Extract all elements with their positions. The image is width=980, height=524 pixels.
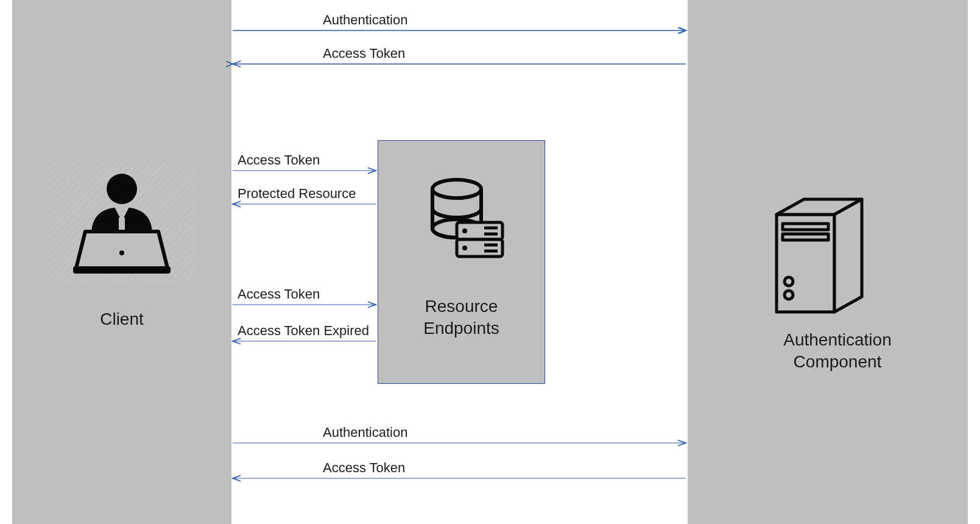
client-label: Client bbox=[73, 310, 171, 329]
svg-point-6 bbox=[432, 180, 481, 198]
svg-point-10 bbox=[462, 228, 467, 233]
msg-res2-req: Access Token bbox=[238, 286, 320, 302]
resource-label-line2: Endpoints bbox=[423, 319, 499, 338]
database-server-icon bbox=[423, 177, 506, 264]
msg-auth1-req: Authentication bbox=[323, 12, 407, 28]
msg-res1-req: Access Token bbox=[238, 152, 320, 168]
svg-point-5 bbox=[119, 250, 124, 255]
msg-auth2-resp: Access Token bbox=[323, 460, 405, 476]
user-laptop-icon bbox=[49, 161, 195, 283]
auth-label-line1: Authentication bbox=[783, 330, 891, 349]
svg-rect-17 bbox=[783, 224, 828, 230]
auth-component-label: Authentication Component bbox=[734, 329, 941, 374]
resource-endpoints-label: Resource Endpoints bbox=[390, 296, 533, 340]
auth-label-line2: Component bbox=[794, 352, 882, 371]
msg-res2-resp: Access Token Expired bbox=[238, 323, 369, 339]
server-tower-icon bbox=[770, 196, 877, 320]
resource-label-line1: Resource bbox=[425, 297, 498, 316]
msg-auth1-resp: Access Token bbox=[323, 46, 405, 62]
svg-point-20 bbox=[784, 291, 793, 299]
svg-point-19 bbox=[784, 277, 793, 286]
msg-auth2-req: Authentication bbox=[323, 425, 407, 441]
svg-rect-4 bbox=[73, 266, 171, 274]
msg-res1-resp: Protected Resource bbox=[238, 186, 356, 202]
svg-point-2 bbox=[107, 174, 137, 204]
svg-rect-18 bbox=[783, 234, 828, 240]
svg-point-11 bbox=[462, 246, 467, 250]
